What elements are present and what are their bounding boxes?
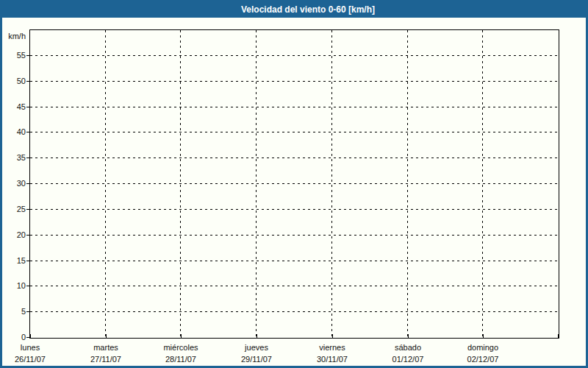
- y-tickmark: [26, 183, 29, 184]
- y-tick-label: 45: [0, 101, 26, 113]
- x-tick-label: sábado01/12/07: [370, 342, 446, 365]
- x-gridline: [482, 30, 483, 338]
- x-tickmark: [483, 334, 484, 338]
- x-day-label: martes: [68, 342, 144, 353]
- y-tickmark: [26, 311, 29, 312]
- y-tick-label: 25: [0, 203, 26, 215]
- y-tick-label: 30: [0, 177, 26, 189]
- y-tickmark: [26, 209, 29, 210]
- x-date-label: 26/11/07: [0, 353, 68, 365]
- y-tick-label: 5: [0, 305, 26, 317]
- x-day-label: lunes: [0, 342, 68, 353]
- y-gridline: [30, 183, 559, 184]
- y-tickmark: [26, 107, 29, 107]
- x-gridline: [407, 30, 408, 338]
- y-gridline: [30, 209, 559, 210]
- y-gridline: [30, 286, 559, 286]
- x-tickmark: [558, 334, 559, 338]
- x-day-label: jueves: [218, 342, 295, 353]
- y-gridline: [30, 235, 559, 236]
- y-tickmark: [26, 235, 29, 236]
- y-tick-label: 55: [0, 49, 26, 61]
- y-tick-label: 10: [0, 280, 26, 291]
- y-gridline: [30, 107, 559, 107]
- x-tickmark: [332, 334, 333, 338]
- y-tickmark: [26, 337, 29, 338]
- y-gridline: [30, 311, 559, 312]
- y-axis-unit-label: km/h: [0, 30, 26, 42]
- x-tick-label: lunes26/11/07: [0, 342, 68, 365]
- y-gridline: [30, 132, 559, 132]
- y-tick-label: 50: [0, 75, 26, 87]
- y-tickmark: [26, 286, 29, 286]
- x-tick-label: martes27/11/07: [68, 342, 144, 365]
- x-tick-label: viernes30/11/07: [294, 342, 370, 365]
- chart-window: Velocidad del viento 0-60 [km/h] 0510152…: [0, 0, 588, 368]
- x-date-label: 02/12/07: [445, 353, 521, 365]
- x-tick-label: jueves29/11/07: [218, 342, 295, 365]
- x-date-label: 29/11/07: [218, 353, 295, 365]
- y-tickmark: [26, 158, 29, 158]
- y-gridline: [30, 55, 559, 56]
- x-date-label: 01/12/07: [370, 353, 446, 365]
- x-day-label: domingo: [445, 342, 521, 353]
- y-tick-label: 20: [0, 229, 26, 241]
- y-gridline: [30, 158, 559, 158]
- x-day-label: sábado: [370, 342, 446, 353]
- x-day-label: miércoles: [143, 342, 219, 353]
- x-date-label: 28/11/07: [143, 353, 219, 365]
- x-date-label: 30/11/07: [294, 353, 370, 365]
- plot-area: 0510152025303540455055km/hlunes26/11/07m…: [29, 29, 559, 339]
- y-gridline: [30, 261, 559, 261]
- x-tickmark: [106, 334, 107, 338]
- x-date-label: 27/11/07: [68, 353, 144, 365]
- x-tick-label: domingo02/12/07: [445, 342, 521, 365]
- y-tickmark: [26, 261, 29, 261]
- x-tickmark: [30, 334, 31, 338]
- x-gridline: [256, 30, 257, 338]
- x-tickmark: [181, 334, 182, 338]
- y-tickmark: [26, 55, 29, 56]
- chart-title-bar: Velocidad del viento 0-60 [km/h]: [2, 2, 586, 18]
- y-tick-label: 40: [0, 126, 26, 138]
- x-day-label: viernes: [294, 342, 370, 353]
- x-tickmark: [257, 334, 257, 338]
- y-tickmark: [26, 132, 29, 132]
- x-tick-label: miércoles28/11/07: [143, 342, 219, 365]
- x-tickmark: [408, 334, 409, 338]
- x-gridline: [105, 30, 106, 338]
- x-gridline: [331, 30, 332, 338]
- y-tick-label: 35: [0, 152, 26, 163]
- y-tick-label: 15: [0, 255, 26, 266]
- y-tickmark: [26, 81, 29, 82]
- x-gridline: [180, 30, 181, 338]
- chart-title: Velocidad del viento 0-60 [km/h]: [241, 4, 375, 15]
- y-gridline: [30, 81, 559, 82]
